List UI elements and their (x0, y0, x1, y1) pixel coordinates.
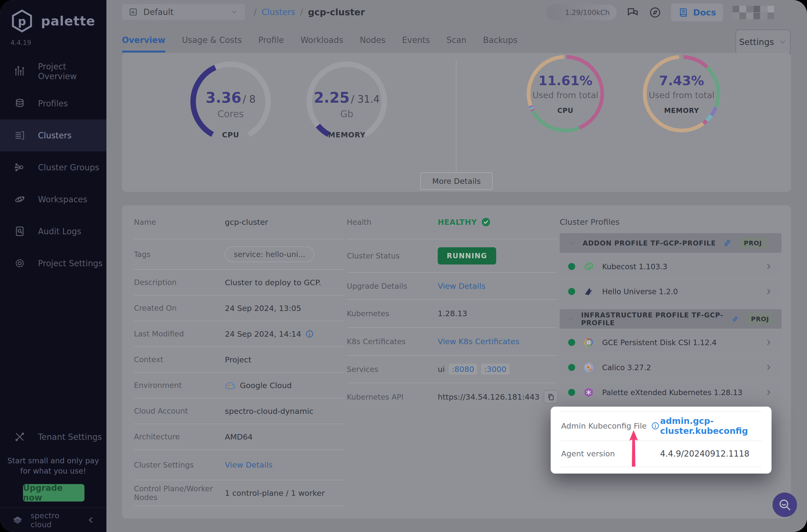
user-name-redacted[interactable] (733, 6, 774, 19)
settings-button[interactable]: Settings (735, 30, 790, 54)
status-dot (568, 364, 575, 371)
row-label: K8s Certificates (347, 337, 438, 346)
orbit-icon (14, 194, 25, 205)
docs-button[interactable]: Docs (671, 3, 723, 21)
tab-overview[interactable]: Overview (122, 28, 165, 52)
kubeconfig-label: Admin Kubeconfig File (561, 421, 646, 430)
status-dot (568, 389, 575, 396)
sidebar-item-clusters[interactable]: Clusters (0, 119, 107, 151)
spectro-cloud-logo (11, 513, 24, 527)
chevron-right-icon (765, 262, 773, 271)
tab-workloads[interactable]: Workloads (301, 28, 343, 52)
sidebar-item-tenant-settings[interactable]: Tenant Settings (0, 422, 107, 452)
service-name: ui (438, 365, 445, 374)
profile-pack-calico[interactable]: Calico 3.27.2 (560, 356, 782, 379)
view-k8s-certificates-link[interactable]: View K8s Certificates (438, 337, 520, 346)
promo-line-2: for what you use! (0, 466, 107, 476)
google-cloud-icon (225, 381, 236, 390)
profile-header-label: ADDON PROFILE TF-GCP-PROFILE (583, 239, 716, 247)
service-port-link[interactable]: :8080 (449, 364, 477, 375)
tag-chip: service: hello-uni... (225, 247, 314, 262)
settings-label: Settings (739, 37, 774, 47)
row-label: Environment (134, 381, 225, 390)
profile-pack-hello-universe[interactable]: Hello Universe 1.2.0 (560, 280, 782, 303)
breadcrumb-clusters-link[interactable]: Clusters (262, 7, 295, 17)
sidebar-item-label: Project Overview (38, 62, 107, 81)
row-label: Kubernetes (347, 309, 438, 318)
sidebar-item-profiles[interactable]: Profiles (0, 88, 107, 119)
tab-profile[interactable]: Profile (258, 28, 284, 52)
usage-metrics-card: 3.36 / 8 Cores CPU 2.25 / 31.4 Gb MEMORY (122, 53, 791, 192)
sidebar-item-label: Project Settings (38, 259, 103, 268)
cpu-unit: Cores (188, 109, 273, 119)
breadcrumb-current: gcp-cluster (308, 7, 365, 17)
usage-credits-pill[interactable]: 1.29/100kCh (547, 4, 617, 20)
topbar: Default / Clusters / gcp-cluster 1.29/10… (107, 0, 807, 28)
detail-row-name: Name gcp-cluster (134, 205, 344, 239)
infrastructure-profile-header[interactable]: INFRASTRUCTURE PROFILE TF-GCP-PROFILE PR… (560, 309, 782, 329)
search-smile-icon (778, 498, 792, 512)
app-window: p palette 4.4.19 Project Overview Profil… (0, 0, 807, 532)
help-search-fab[interactable] (772, 493, 797, 517)
detail-row-context: Context Project (134, 347, 344, 373)
collapse-sidebar-icon[interactable] (86, 515, 95, 525)
cpu-donut-label: CPU (558, 107, 574, 114)
row-label: Name (134, 218, 225, 227)
chevron-down-icon (567, 239, 576, 247)
more-details-button[interactable]: More Details (420, 172, 493, 190)
sidebar-item-project-settings[interactable]: Project Settings (0, 247, 107, 279)
main-area: Default / Clusters / gcp-cluster 1.29/10… (107, 0, 807, 532)
copy-button[interactable] (544, 390, 558, 404)
service-port-link[interactable]: :3000 (481, 364, 509, 375)
profile-pack-kubecost[interactable]: Kubecost 1.103.3 (560, 255, 782, 278)
sidebar-item-label: Workspaces (38, 194, 88, 204)
sidebar-item-audit-logs[interactable]: Audit Logs (0, 215, 107, 247)
memory-usage-gauge: 2.25 / 31.4 Gb MEMORY (304, 59, 389, 144)
tab-usage-costs[interactable]: Usage & Costs (182, 28, 242, 52)
info-icon[interactable] (305, 330, 314, 338)
status-dot (568, 339, 575, 346)
sidebar-item-workspaces[interactable]: Workspaces (0, 183, 107, 215)
view-details-link[interactable]: View Details (225, 460, 273, 469)
pxk-icon (583, 386, 595, 398)
tab-nodes[interactable]: Nodes (360, 28, 386, 52)
tab-backups[interactable]: Backups (483, 28, 518, 52)
health-status: HEALTHY (438, 218, 477, 227)
sidebar-item-project-overview[interactable]: Project Overview (0, 55, 107, 88)
sidebar-item-label: Audit Logs (38, 227, 81, 236)
breadcrumb-separator: / (300, 7, 303, 17)
profile-pack-gce-disk[interactable]: GCE Persistent Disk CSI 1.12.4 (560, 331, 782, 354)
row-label: Architecture (134, 432, 225, 441)
tab-scan[interactable]: Scan (447, 28, 467, 52)
upgrade-now-button[interactable]: Upgrade now (23, 484, 85, 501)
detail-row-kubernetes: Kubernetes 1.28.13 (347, 300, 557, 328)
view-details-link[interactable]: View Details (438, 282, 485, 290)
sidebar-item-cluster-groups[interactable]: Cluster Groups (0, 151, 107, 183)
details-left-column: Name gcp-cluster Tags service: hello-uni… (134, 205, 344, 506)
project-selector[interactable]: Default (122, 4, 245, 20)
addon-profile-header[interactable]: ADDON PROFILE TF-GCP-PROFILE PROJ (560, 233, 782, 253)
agent-version-label: Agent version (561, 449, 615, 458)
chevron-right-icon (765, 338, 773, 347)
row-value: 1 control-plane / 1 worker (225, 489, 325, 497)
project-selector-value: Default (144, 7, 174, 17)
layers-icon (14, 98, 25, 109)
chevron-right-icon (765, 388, 773, 397)
cpu-total-donut: 11.61% Used from total CPU (527, 55, 604, 132)
profile-pack-pxk[interactable]: Palette eXtended Kubernetes 1.28.13 (560, 381, 782, 404)
detail-row-description: Description Cluster to deploy to GCP. (134, 270, 344, 296)
kubeconfig-download-link[interactable]: admin.gcp-cluster.kubeconfig (660, 416, 761, 436)
memory-donut-percent: 7.43% (659, 73, 704, 88)
row-label: Health (347, 218, 438, 227)
tab-events[interactable]: Events (402, 28, 430, 52)
info-icon[interactable] (651, 422, 660, 430)
brand-name: palette (41, 14, 95, 28)
memory-unit: Gb (304, 109, 389, 119)
pack-name: Kubecost 1.103.3 (602, 262, 667, 271)
upgrade-promo-text: Start small and only pay for what you us… (0, 456, 107, 476)
row-value: 1.28.13 (438, 309, 467, 318)
chat-icon[interactable] (626, 6, 639, 19)
row-value: 24 Sep 2024, 14:14 (225, 329, 301, 338)
detail-row-services: Services ui :8080 :3000 (347, 356, 557, 383)
compass-icon[interactable] (649, 6, 662, 19)
